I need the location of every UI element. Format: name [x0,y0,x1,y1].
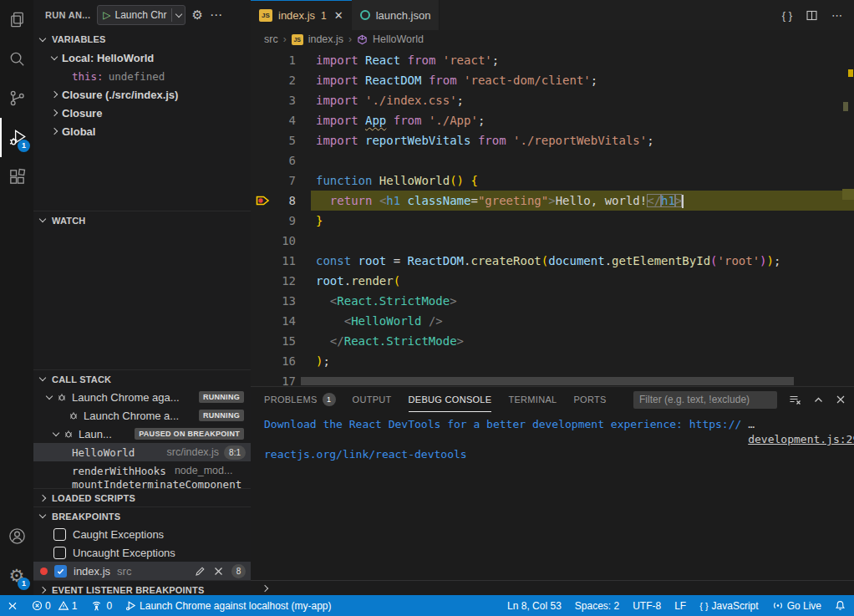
source-control-icon[interactable] [0,79,33,118]
breakpoints-section-header[interactable]: BREAKPOINTS [33,507,251,525]
event-listener-breakpoints-section-header[interactable]: EVENT LISTENER BREAKPOINTS [33,580,251,595]
gutter-space[interactable] [251,90,274,110]
problems-indicator[interactable]: 0 1 [32,600,77,612]
gutter-space[interactable] [251,171,274,191]
clear-console-icon[interactable] [789,394,801,405]
code-line-12[interactable]: 12root.render( [251,271,854,291]
split-editor-icon[interactable] [806,9,818,22]
breakpoint-uncaught-exceptions[interactable]: Uncaught Exceptions [33,543,251,562]
code-line-7[interactable]: 7function HelloWorld() { [251,171,854,191]
breadcrumb-src[interactable]: src [264,33,278,45]
debug-gear-icon[interactable]: ⚙ [192,8,203,23]
debug-session-row[interactable]: Laun... PAUSED ON BREAKPOINT [33,425,251,443]
stack-frame-row-clipped[interactable]: mountIndeterminateComponent [33,480,251,488]
code-line-10[interactable]: 10 [251,231,854,251]
gutter-space[interactable] [251,110,274,130]
code-line-9[interactable]: 9} [251,211,854,231]
go-live-button[interactable]: Go Live [772,600,821,612]
debug-console-input[interactable] [251,580,854,595]
tab-debug-console[interactable]: DEBUG CONSOLE [409,387,492,412]
tab-ports[interactable]: PORTS [573,387,606,412]
source-link[interactable]: development.js:29840 [748,433,854,445]
gutter-space[interactable] [251,331,274,351]
debug-session-row[interactable]: Launch Chrome aga... RUNNING [33,388,251,406]
close-tab-icon[interactable]: ✕ [334,9,343,22]
debug-session-row[interactable]: Launch Chrome a... RUNNING [33,406,251,425]
remove-close-icon[interactable] [214,567,223,576]
tab-terminal[interactable]: TERMINAL [508,387,557,412]
code-line-6[interactable]: 6 [251,150,854,171]
explorer-icon[interactable] [0,0,33,39]
code-line-2[interactable]: 2import ReactDOM from 'react-dom/client'… [251,70,854,90]
console-filter-input[interactable] [633,391,777,409]
tab-launchjson[interactable]: launch.json [352,0,440,30]
gutter-space[interactable] [251,231,274,251]
tab-output[interactable]: OUTPUT [353,387,392,412]
code-line-8[interactable]: 8 return <h1 className="greeting">Hello,… [251,191,854,211]
variables-scope-closure[interactable]: Closure [33,104,251,122]
close-panel-icon[interactable] [836,395,846,405]
accounts-icon[interactable] [0,517,33,556]
breakpoint-caught-exceptions[interactable]: Caught Exceptions [33,525,251,543]
breakpoint-indexjs-row[interactable]: index.js src 8 [33,562,251,580]
loaded-scripts-section-header[interactable]: LOADED SCRIPTS [33,488,251,507]
debug-more-actions-icon[interactable]: ⋯ [210,8,223,23]
extensions-icon[interactable] [0,157,33,196]
curly-braces-icon[interactable]: { } [782,9,792,22]
encoding-setting[interactable]: UTF-8 [633,600,661,612]
gutter-space[interactable] [251,291,274,311]
gutter-space[interactable] [251,130,274,150]
debug-launch-dropdown[interactable]: ▷ Launch Chr [97,5,185,25]
stack-frame-row[interactable]: renderWithHooks node_mod... [33,461,251,480]
variable-this[interactable]: this: undefined [33,67,251,85]
checkbox-unchecked[interactable] [53,528,66,541]
variables-scope-closure-src[interactable]: Closure (./src/index.js) [33,85,251,104]
code-editor[interactable]: 1import React from 'react';2import React… [251,48,854,386]
edit-pencil-icon[interactable] [195,566,206,577]
gutter-space[interactable] [251,211,274,231]
code-line-5[interactable]: 5import reportWebVitals from './reportWe… [251,130,854,150]
checkbox-unchecked[interactable] [53,547,66,559]
ports-indicator[interactable]: 0 [90,600,112,612]
code-line-14[interactable]: 14 <HelloWorld /> [251,311,854,331]
gutter-space[interactable] [251,311,274,331]
indentation-setting[interactable]: Spaces: 2 [575,600,619,612]
variables-scope-global[interactable]: Global [33,122,251,140]
breadcrumb-file[interactable]: index.js [308,33,343,45]
code-line-1[interactable]: 1import React from 'react'; [251,50,854,70]
gutter-space[interactable] [251,50,274,70]
call-stack-section-header[interactable]: CALL STACK [33,369,251,388]
code-line-16[interactable]: 16); [251,351,854,371]
settings-gear-icon[interactable]: ⚙ 1 [0,556,33,595]
watch-section-header[interactable]: WATCH [33,211,251,229]
language-mode[interactable]: { }JavaScript [699,600,758,612]
stack-frame-row-selected[interactable]: HelloWorld src/index.js 8:1 [33,443,251,461]
code-line-15[interactable]: 15 </React.StrictMode> [251,331,854,351]
variables-scope-local[interactable]: Local: HelloWorld [33,48,251,67]
horizontal-scrollbar[interactable] [301,377,794,385]
start-debugging-icon[interactable]: ▷ [103,10,110,20]
more-actions-icon[interactable]: ⋯ [831,9,842,22]
gutter-space[interactable] [251,251,274,271]
code-line-4[interactable]: 4import App from './App'; [251,110,854,130]
debug-current-line-breakpoint-icon[interactable] [251,191,274,211]
debug-launch-status[interactable]: Launch Chrome against localhost (my-app) [125,600,331,612]
checkbox-checked[interactable] [54,565,67,578]
breadcrumb-symbol[interactable]: HelloWorld [373,33,424,45]
code-line-11[interactable]: 11const root = ReactDOM.createRoot(docum… [251,251,854,271]
variables-section-header[interactable]: VARIABLES [33,30,251,48]
chevron-down-icon[interactable] [175,10,181,17]
gutter-space[interactable] [251,271,274,291]
gutter-space[interactable] [251,150,274,171]
search-icon[interactable] [0,39,33,79]
run-and-debug-icon[interactable]: 1 [0,118,33,157]
gutter-space[interactable] [251,70,274,90]
code-line-13[interactable]: 13 <React.StrictMode> [251,291,854,311]
cursor-position[interactable]: Ln 8, Col 53 [507,600,562,612]
gutter-space[interactable] [251,371,274,386]
eol-setting[interactable]: LF [674,600,686,612]
tab-problems[interactable]: PROBLEMS 1 [264,387,336,412]
remote-indicator-icon[interactable] [7,600,18,612]
code-line-3[interactable]: 3import './index.css'; [251,90,854,110]
gutter-space[interactable] [251,351,274,371]
